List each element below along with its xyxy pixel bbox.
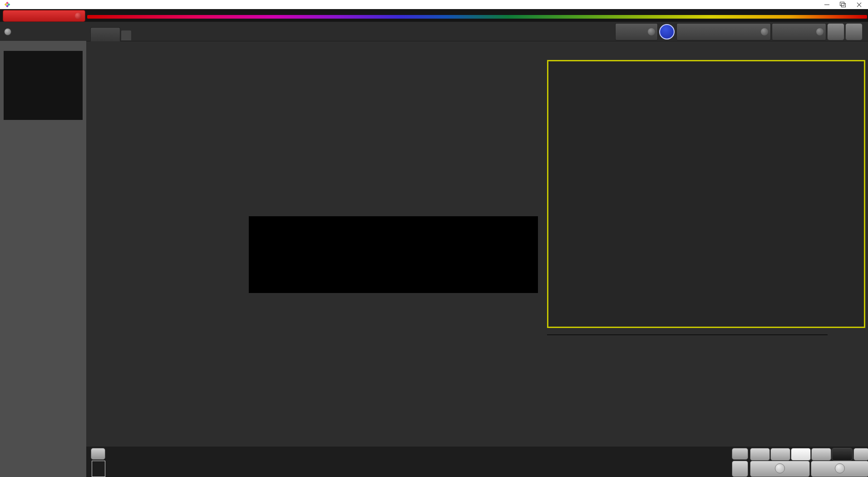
maximize-button[interactable] <box>836 1 850 8</box>
close-button[interactable] <box>852 1 866 8</box>
single-measure-button[interactable] <box>791 448 811 461</box>
back-button[interactable] <box>750 461 810 477</box>
pattern-generator-dropdown[interactable] <box>676 23 771 40</box>
pattern-popup-button[interactable] <box>91 448 105 460</box>
stop-button[interactable] <box>750 448 770 461</box>
record-button[interactable] <box>853 448 868 461</box>
next-chevron-icon <box>835 463 845 473</box>
calman-menu-button[interactable] <box>3 10 85 22</box>
window-titlebar <box>0 0 868 9</box>
brand-band <box>0 9 868 22</box>
nav-tree <box>4 51 83 120</box>
pattern-status-edge <box>677 24 679 40</box>
chevron-down-icon[interactable] <box>75 13 81 19</box>
tab-history-1[interactable] <box>90 27 120 41</box>
back-chevron-icon <box>775 463 785 473</box>
meter-popup-button[interactable] <box>732 448 748 460</box>
app-window <box>0 0 868 477</box>
stop-large-button[interactable] <box>732 461 748 477</box>
play-button[interactable] <box>770 448 790 461</box>
workspace-pin-button[interactable] <box>4 28 11 35</box>
continuous-measure-button[interactable] <box>811 448 831 461</box>
panel-collapse-button[interactable] <box>845 23 863 40</box>
add-tab-button[interactable] <box>121 30 132 41</box>
minimize-button[interactable] <box>820 1 834 8</box>
toolbar <box>0 22 868 41</box>
active-pattern-swatch[interactable] <box>92 461 105 477</box>
meter-reading-badge[interactable] <box>659 24 675 40</box>
saturation-swatch-panel <box>249 216 538 293</box>
settings-button[interactable] <box>827 23 844 40</box>
sidebar <box>0 41 86 477</box>
refresh-button[interactable] <box>832 448 853 461</box>
app-icon <box>4 1 10 8</box>
cie-diagram <box>548 61 864 327</box>
spectrum-strip <box>87 15 867 19</box>
chevron-down-icon[interactable] <box>816 28 824 35</box>
meter-status-edge <box>616 24 617 40</box>
next-button[interactable] <box>811 461 868 477</box>
display-control-dropdown[interactable] <box>772 23 826 40</box>
cie-1931-panel <box>547 60 865 328</box>
bottom-bar <box>86 447 868 477</box>
chevron-down-icon[interactable] <box>761 28 768 35</box>
display-status-edge <box>772 24 774 40</box>
chevron-down-icon[interactable] <box>648 28 655 35</box>
meter-dropdown[interactable] <box>615 23 658 40</box>
measurement-table <box>547 334 828 335</box>
